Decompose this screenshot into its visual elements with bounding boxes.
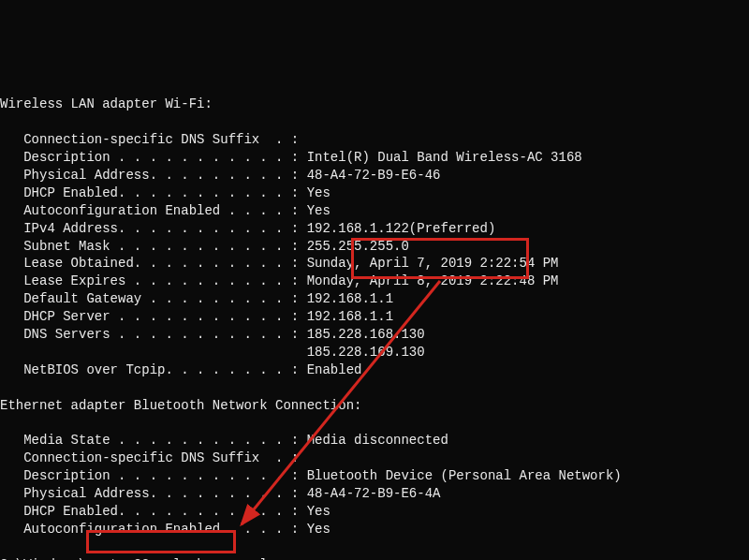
- wifi-description: Description . . . . . . . . . . . : Inte…: [0, 150, 582, 165]
- wifi-dhcp-server: DHCP Server . . . . . . . . . . . : 192.…: [0, 309, 393, 324]
- wifi-default-gateway: Default Gateway . . . . . . . . . : 192.…: [0, 291, 393, 306]
- wifi-physical-address: Physical Address. . . . . . . . . : 48-A…: [0, 168, 440, 183]
- wifi-subnet: Subnet Mask . . . . . . . . . . . : 255.…: [0, 239, 409, 254]
- wifi-netbios: NetBIOS over Tcpip. . . . . . . . : Enab…: [0, 362, 361, 377]
- wifi-lease-obtained: Lease Obtained. . . . . . . . . . : Sund…: [0, 256, 559, 271]
- bt-dns-suffix: Connection-specific DNS Suffix . :: [0, 450, 299, 465]
- command-prompt: C:\Windows\system32>nslookup google.com: [0, 557, 307, 560]
- wifi-lease-expires: Lease Expires . . . . . . . . . . : Mond…: [0, 273, 559, 288]
- wifi-ipv4: IPv4 Address. . . . . . . . . . . : 192.…: [0, 221, 495, 236]
- bt-dhcp-enabled: DHCP Enabled. . . . . . . . . . . : Yes: [0, 504, 330, 519]
- bt-description: Description . . . . . . . . . . . : Blue…: [0, 468, 622, 483]
- bt-media-state: Media State . . . . . . . . . . . : Medi…: [0, 433, 448, 448]
- wifi-dns-suffix: Connection-specific DNS Suffix . :: [0, 132, 299, 147]
- wifi-header: Wireless LAN adapter Wi-Fi:: [0, 96, 213, 111]
- bt-header: Ethernet adapter Bluetooth Network Conne…: [0, 398, 361, 413]
- wifi-dhcp-enabled: DHCP Enabled. . . . . . . . . . . : Yes: [0, 185, 330, 200]
- wifi-dns2: 185.228.169.130: [0, 345, 425, 360]
- wifi-dns1: DNS Servers . . . . . . . . . . . : 185.…: [0, 327, 425, 342]
- bt-autoconfig: Autoconfiguration Enabled . . . . : Yes: [0, 522, 330, 537]
- bt-physical-address: Physical Address. . . . . . . . . : 48-A…: [0, 486, 440, 501]
- wifi-autoconfig: Autoconfiguration Enabled . . . . : Yes: [0, 203, 330, 218]
- terminal-output: Wireless LAN adapter Wi-Fi: Connection-s…: [0, 79, 749, 560]
